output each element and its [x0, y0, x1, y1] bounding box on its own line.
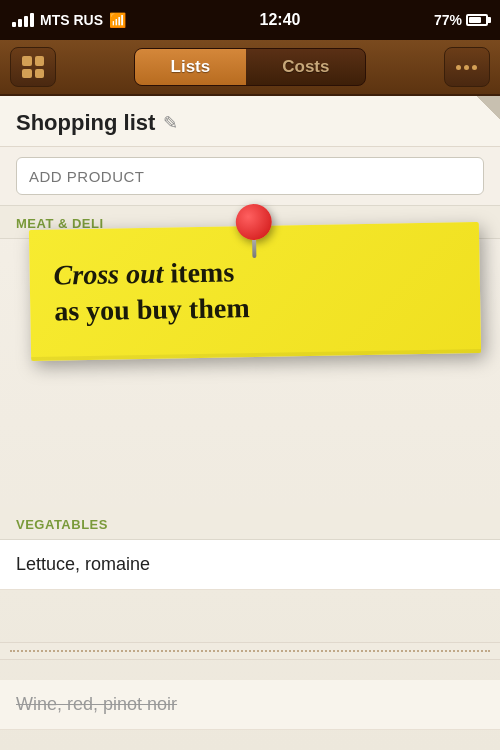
add-product-row	[0, 147, 500, 206]
battery-icon	[466, 14, 488, 26]
list-item-wine[interactable]: Wine, red, pinot noir	[0, 680, 500, 730]
battery-fill	[469, 17, 481, 23]
status-bar: MTS RUS 📶 12:40 77%	[0, 0, 500, 40]
dot-3	[472, 65, 477, 70]
more-button[interactable]	[444, 47, 490, 87]
grid-menu-button[interactable]	[10, 47, 56, 87]
tab-costs[interactable]: Costs	[246, 49, 365, 85]
nav-tabs: Lists Costs	[134, 48, 367, 86]
sticky-note: Cross out itemsas you buy them	[29, 222, 481, 361]
status-right: 77%	[434, 12, 488, 28]
sticky-note-text: Cross out itemsas you buy them	[53, 250, 456, 330]
list-item[interactable]: Lettuce, romaine	[0, 540, 500, 590]
category-vegetables-section: VEGATABLES Lettuce, romaine	[0, 507, 500, 590]
pin-needle	[252, 240, 256, 258]
item-wine-text: Wine, red, pinot noir	[16, 694, 177, 714]
dots-line	[10, 650, 490, 652]
add-product-input[interactable]	[16, 157, 484, 195]
push-pin	[235, 204, 272, 255]
page-title: Shopping list	[16, 110, 155, 136]
carrier-text: MTS RUS	[40, 12, 103, 28]
item-text: Lettuce, romaine	[16, 554, 150, 574]
battery-percent: 77%	[434, 12, 462, 28]
page-header: Shopping list ✎	[0, 96, 500, 147]
content-area: Shopping list ✎ MEAT & DELI Cross out it…	[0, 96, 500, 750]
signal-bars	[12, 13, 34, 27]
dotted-separator	[0, 642, 500, 660]
sticky-note-container: Cross out itemsas you buy them	[30, 226, 480, 357]
status-left: MTS RUS 📶	[12, 12, 126, 28]
dot-2	[464, 65, 469, 70]
pin-head	[235, 204, 272, 241]
page-title-row: Shopping list ✎	[16, 110, 484, 136]
category-vegetables: VEGATABLES	[0, 507, 500, 540]
wifi-icon: 📶	[109, 12, 126, 28]
edit-icon[interactable]: ✎	[163, 112, 178, 134]
time-display: 12:40	[260, 11, 301, 29]
category-vegetables-label: VEGATABLES	[16, 517, 108, 532]
tab-lists[interactable]: Lists	[135, 49, 247, 85]
dot-1	[456, 65, 461, 70]
nav-bar: Lists Costs	[0, 40, 500, 96]
grid-icon	[22, 56, 44, 78]
